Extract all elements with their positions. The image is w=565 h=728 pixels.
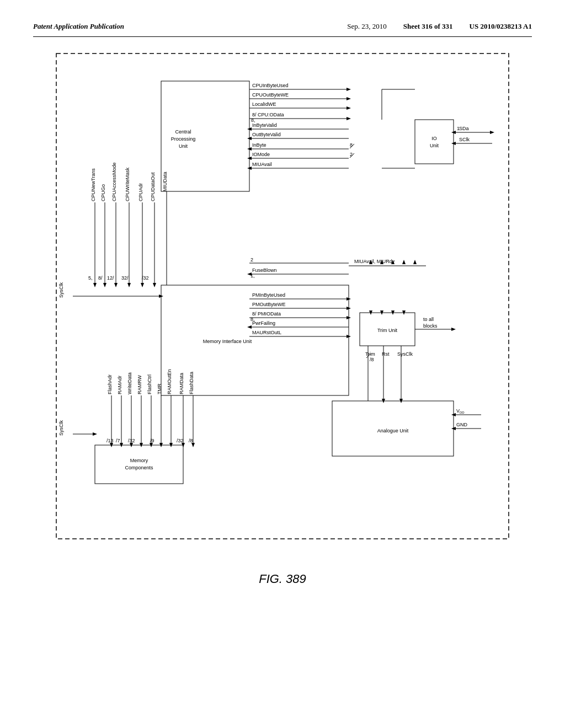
svg-text:LocalIdWE: LocalIdWE: [252, 101, 276, 107]
svg-text:PMInByteUsed: PMInByteUsed: [252, 292, 285, 298]
svg-text:/13: /13: [106, 438, 114, 443]
svg-text:MAURstOutL: MAURstOutL: [252, 330, 281, 335]
publication-date: Sep. 23, 2010: [347, 22, 387, 31]
svg-text:FlashAdr: FlashAdr: [107, 374, 113, 394]
svg-text:8/ PMIOData: 8/ PMIOData: [252, 311, 281, 317]
svg-text:SysClk: SysClk: [58, 420, 64, 436]
svg-text:5,: 5,: [88, 275, 93, 281]
svg-text:CPUInByteUsed: CPUInByteUsed: [252, 83, 289, 88]
svg-text:CPUGo: CPUGo: [100, 184, 106, 201]
svg-text:CPUOutByteWE: CPUOutByteWE: [252, 92, 289, 98]
svg-text:InByte: InByte: [252, 142, 266, 148]
svg-text:PwrFailing: PwrFailing: [252, 320, 275, 326]
svg-text:Processing: Processing: [171, 136, 196, 142]
svg-marker-51: [490, 131, 494, 134]
svg-text:12/: 12/: [107, 275, 114, 281]
publication-label: Patent Application Publication: [33, 22, 124, 31]
svg-text:Components: Components: [125, 465, 153, 470]
svg-rect-5: [415, 120, 454, 164]
svg-text:FuseBlown: FuseBlown: [252, 267, 277, 273]
svg-text:8/: 8/: [98, 275, 103, 281]
svg-text:Memory Interface Unit: Memory Interface Unit: [203, 339, 252, 344]
svg-text:RAMOutEn: RAMOutEn: [167, 369, 172, 394]
svg-text:/9: /9: [150, 438, 154, 443]
svg-text:SysClk: SysClk: [58, 282, 64, 298]
sheet-number: Sheet 316 of 331: [403, 22, 453, 31]
svg-text:Trim Unit: Trim Unit: [377, 328, 398, 333]
svg-marker-22: [347, 97, 351, 100]
diagram-container: Central Processing Unit IO Unit Memory I…: [40, 48, 525, 555]
svg-text:/8: /8: [370, 357, 374, 362]
figure-label: FIG. 389: [259, 572, 306, 586]
svg-text:RAMAdr: RAMAdr: [117, 376, 122, 394]
svg-text:MIUData: MIUData: [162, 172, 168, 191]
svg-text:/32: /32: [142, 275, 149, 281]
svg-text:InByteValid: InByteValid: [252, 122, 277, 128]
svg-text:CPUDataOut: CPUDataOut: [150, 172, 156, 201]
svg-text:32/: 32/: [121, 275, 129, 281]
svg-text:MIUAvail, MIURdy: MIUAvail, MIURdy: [354, 259, 395, 264]
svg-text:VDD: VDD: [456, 408, 465, 414]
svg-text:CPUWriteMask: CPUWriteMask: [125, 167, 130, 201]
svg-text:/32: /32: [177, 438, 184, 443]
svg-text:CPUNewTrans: CPUNewTrans: [90, 168, 96, 201]
svg-marker-138: [93, 432, 97, 436]
svg-text:Central: Central: [175, 129, 191, 135]
svg-text:RAMData: RAMData: [179, 373, 184, 394]
svg-text:Analogue Unit: Analogue Unit: [377, 428, 409, 433]
svg-text:WriteData: WriteData: [127, 372, 132, 394]
svg-text:blocks: blocks: [423, 323, 438, 329]
svg-marker-28: [347, 117, 351, 120]
svg-marker-68: [103, 283, 106, 287]
svg-marker-65: [93, 283, 97, 287]
svg-marker-71: [114, 283, 118, 287]
svg-text:Memory: Memory: [130, 458, 148, 463]
svg-text:/8: /8: [189, 438, 193, 443]
svg-text:MIUAvail: MIUAvail: [252, 162, 272, 167]
svg-text:SysClk: SysClk: [397, 351, 413, 357]
svg-marker-77: [141, 283, 144, 287]
svg-text:IOMode: IOMode: [252, 152, 270, 157]
svg-text:CPUAccessMode: CPUAccessMode: [111, 162, 117, 201]
svg-text:to all: to all: [423, 317, 434, 322]
svg-text:1: 1: [457, 126, 460, 131]
page-header: Patent Application Publication Sep. 23, …: [33, 22, 532, 37]
svg-text:TMR: TMR: [157, 383, 162, 394]
svg-text:8/ CPU:OData: 8/ CPU:OData: [252, 112, 284, 117]
svg-text:IO: IO: [431, 136, 437, 141]
svg-text:OutByteValid: OutByteValid: [252, 132, 281, 137]
svg-text:PMOutByteWE: PMOutByteWE: [252, 302, 286, 307]
svg-text:1,: 1,: [250, 273, 255, 279]
svg-marker-80: [153, 283, 156, 287]
svg-text:FlashCtrl: FlashCtrl: [147, 374, 152, 394]
header-right: Sep. 23, 2010 Sheet 316 of 331 US 2010/0…: [347, 22, 532, 31]
svg-text:SClk: SClk: [459, 137, 470, 142]
svg-marker-114: [247, 325, 252, 329]
svg-text:SDa: SDa: [459, 126, 469, 131]
svg-marker-25: [347, 106, 351, 110]
svg-text:Unit: Unit: [179, 143, 188, 149]
svg-marker-135: [451, 328, 456, 331]
svg-text:/32: /32: [128, 438, 135, 443]
svg-marker-74: [127, 283, 131, 287]
svg-text:CPUAdr: CPUAdr: [138, 183, 143, 201]
svg-text:GND: GND: [456, 422, 468, 427]
svg-marker-94: [402, 260, 406, 264]
svg-text:Rst: Rst: [382, 351, 390, 357]
svg-text:FlashData: FlashData: [189, 372, 194, 394]
svg-text:RAMRW: RAMRW: [137, 375, 142, 394]
svg-text:/7: /7: [116, 438, 120, 443]
patent-number: US 2010/0238213 A1: [470, 22, 532, 31]
circuit-diagram: Central Processing Unit IO Unit Memory I…: [40, 48, 525, 555]
svg-text:2: 2: [250, 257, 253, 263]
svg-marker-165: [191, 443, 195, 447]
main-content: Central Processing Unit IO Unit Memory I…: [33, 48, 532, 586]
svg-marker-95: [413, 260, 417, 264]
svg-marker-19: [347, 88, 351, 91]
page: Patent Application Publication Sep. 23, …: [0, 0, 565, 728]
svg-text:Unit: Unit: [430, 143, 439, 148]
svg-rect-14: [95, 445, 183, 484]
